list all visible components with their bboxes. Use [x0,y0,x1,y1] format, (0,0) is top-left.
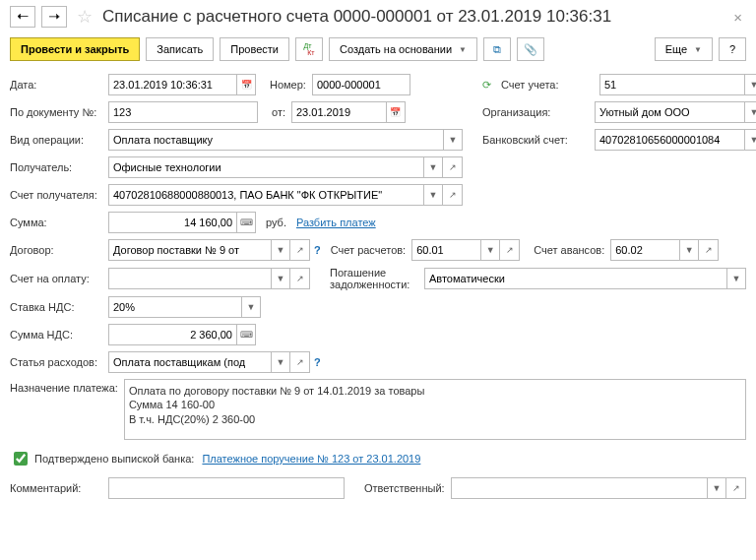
responsible-input[interactable] [451,477,707,499]
vat-rate-label: Ставка НДС: [10,301,108,313]
calendar-icon[interactable]: 📅 [386,101,406,123]
bank-account-label: Банковский счет: [482,134,595,146]
vat-amount-label: Сумма НДС: [10,329,108,341]
back-button[interactable]: 🠐 [10,6,35,28]
open-icon[interactable]: ↗ [699,239,719,261]
debt-repayment-label: Погашение задолженности: [330,267,418,290]
chevron-down-icon[interactable]: ▼ [271,239,290,261]
bank-account-input[interactable] [595,129,744,151]
organization-input[interactable] [595,101,744,123]
open-icon[interactable]: ↗ [726,477,746,499]
confirmed-checkbox[interactable] [14,452,28,466]
attach-button[interactable]: 📎 [517,37,544,61]
chevron-down-icon[interactable]: ▼ [241,296,261,318]
operation-type-label: Вид операции: [10,134,108,146]
create-based-on-button[interactable]: Создать на основании▼ [329,37,477,61]
advance-account-label: Счет авансов: [534,244,604,256]
favorite-star-icon[interactable]: ☆ [73,6,96,28]
date-label: Дата: [10,79,108,91]
post-and-close-button[interactable]: Провести и закрыть [10,37,140,61]
organization-label: Организация: [482,106,595,118]
dt-kt-button[interactable]: Дт Кт [295,37,323,61]
open-icon[interactable]: ↗ [290,351,310,373]
dt-kt-icon: Дт Кт [303,42,314,56]
amount-input[interactable] [108,212,236,233]
window-title: Списание с расчетного счета 0000-000001 … [102,7,724,27]
chevron-down-icon[interactable]: ▼ [443,129,463,151]
contract-label: Договор: [10,244,108,256]
comment-label: Комментарий: [10,482,108,494]
payment-order-link[interactable]: Платежное поручение № 123 от 23.01.2019 [202,453,420,465]
contract-input[interactable] [108,239,271,261]
chevron-down-icon[interactable]: ▼ [423,156,443,178]
help-button[interactable]: ? [719,37,746,61]
open-icon[interactable]: ↗ [443,156,463,178]
chevron-down-icon[interactable]: ▼ [480,239,500,261]
date-input[interactable] [108,74,236,95]
chevron-down-icon[interactable]: ▼ [423,184,443,206]
chevron-down-icon[interactable]: ▼ [726,268,746,289]
forward-button[interactable]: 🠒 [41,6,67,28]
calendar-icon[interactable]: 📅 [236,74,256,95]
recipient-label: Получатель: [10,161,108,173]
recipient-account-input[interactable] [108,184,423,206]
confirmed-label: Подтверждено выпиской банка: [34,453,194,465]
doc-no-label: По документу №: [10,106,108,118]
expense-item-label: Статья расходов: [10,356,108,368]
number-label: Номер: [270,79,312,91]
open-icon[interactable]: ↗ [500,239,520,261]
chevron-down-icon[interactable]: ▼ [744,74,756,95]
expense-item-input[interactable] [108,351,271,373]
number-input[interactable] [312,74,410,95]
structure-button[interactable]: ⧉ [483,37,511,61]
purpose-textarea[interactable]: Оплата по договору поставки № 9 от 14.01… [124,379,746,440]
chevron-down-icon: ▼ [459,45,467,54]
chevron-down-icon[interactable]: ▼ [271,351,290,373]
refresh-icon[interactable]: ⟳ [482,79,491,92]
responsible-label: Ответственный: [364,482,445,494]
amount-label: Сумма: [10,217,108,228]
doc-no-input[interactable] [108,101,258,123]
settlement-account-input[interactable] [411,239,480,261]
open-icon[interactable]: ↗ [443,184,463,206]
help-icon[interactable]: ? [310,244,325,256]
chevron-down-icon[interactable]: ▼ [744,129,756,151]
close-icon[interactable]: × [729,9,746,26]
account-label: Счет учета: [501,79,599,91]
invoice-input[interactable] [108,268,271,289]
advance-account-input[interactable] [610,239,679,261]
calculator-icon[interactable]: ⌨ [236,324,256,345]
calculator-icon[interactable]: ⌨ [236,212,256,233]
invoice-label: Счет на оплату: [10,273,108,284]
open-icon[interactable]: ↗ [290,268,310,289]
operation-type-input[interactable] [108,129,443,151]
open-icon[interactable]: ↗ [290,239,310,261]
from-date-input[interactable] [291,101,386,123]
chevron-down-icon[interactable]: ▼ [707,477,726,499]
chevron-down-icon[interactable]: ▼ [744,101,756,123]
chevron-down-icon[interactable]: ▼ [271,268,290,289]
recipient-input[interactable] [108,156,423,178]
recipient-account-label: Счет получателя: [10,189,108,201]
account-input[interactable] [599,74,744,95]
comment-input[interactable] [108,477,345,499]
settlement-account-label: Счет расчетов: [331,244,406,256]
more-button[interactable]: Еще▼ [655,37,713,61]
save-button[interactable]: Записать [146,37,214,61]
vat-rate-input[interactable] [108,296,241,318]
from-label: от: [272,106,291,118]
paperclip-icon: 📎 [524,43,537,56]
post-button[interactable]: Провести [220,37,289,61]
currency-label: руб. [266,217,286,228]
debt-repayment-input[interactable] [424,268,726,289]
help-icon[interactable]: ? [310,356,325,368]
structure-icon: ⧉ [493,43,501,56]
purpose-label: Назначение платежа: [10,379,124,394]
chevron-down-icon: ▼ [694,45,702,54]
split-payment-link[interactable]: Разбить платеж [296,217,376,228]
vat-amount-input[interactable] [108,324,236,345]
chevron-down-icon[interactable]: ▼ [679,239,699,261]
